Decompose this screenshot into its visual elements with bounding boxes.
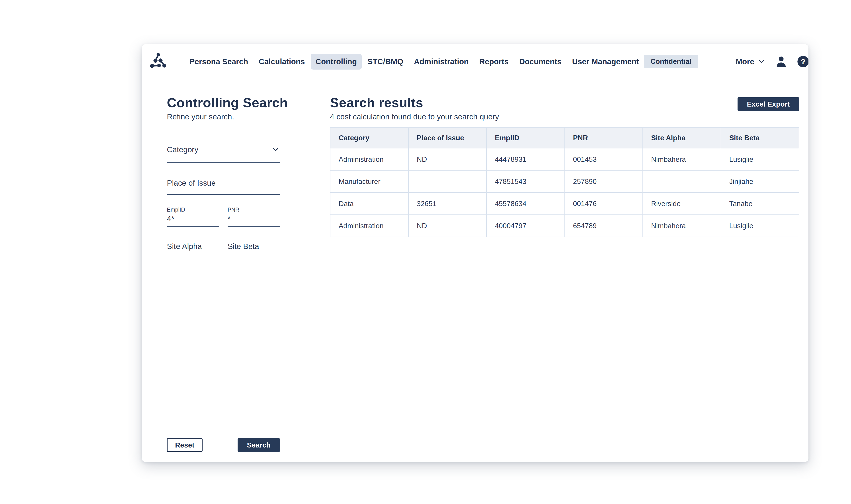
site-alpha-field[interactable]: Site Alpha (167, 242, 219, 258)
search-button[interactable]: Search (237, 438, 280, 452)
table-row[interactable]: Data3265145578634001476RiversideTanabe (330, 193, 799, 215)
table-row[interactable]: AdministrationND44478931001453NimbaheraL… (330, 148, 799, 170)
pnr-field: PNR (228, 206, 280, 227)
results-table-header-row: CategoryPlace of IssueEmplIDPNRSite Alph… (330, 127, 799, 148)
site-alpha-label: Site Alpha (167, 242, 202, 251)
table-cell: 44478931 (486, 148, 565, 170)
column-header: Site Alpha (643, 127, 721, 148)
table-cell: ND (408, 148, 487, 170)
table-row[interactable]: AdministrationND40004797654789NimbaheraL… (330, 215, 799, 237)
table-cell: 654789 (565, 215, 643, 237)
app-window: Persona SearchCalculationsControllingSTC… (142, 44, 809, 462)
chevron-down-icon (271, 145, 280, 154)
table-cell: Nimbahera (643, 215, 721, 237)
table-cell: Data (330, 193, 408, 215)
table-cell: 32651 (408, 193, 487, 215)
person-icon (775, 55, 787, 68)
sidebar-subtitle: Refine your search. (167, 112, 311, 121)
pnr-label: PNR (228, 206, 280, 213)
more-label: More (736, 57, 755, 66)
table-cell: 40004797 (486, 215, 565, 237)
table-row[interactable]: Manufacturer–47851543257890–Jinjiahe (330, 170, 799, 193)
nav-item-persona-search[interactable]: Persona Search (184, 54, 253, 70)
molecule-logo-icon (149, 51, 168, 72)
category-label: Category (167, 145, 198, 154)
site-fields-row: Site Alpha Site Beta (167, 242, 280, 258)
help-button[interactable]: ? (797, 55, 809, 68)
table-cell: – (643, 170, 721, 193)
pnr-input[interactable] (228, 214, 280, 223)
results-count-text: 4 cost calculation found due to your sea… (330, 112, 499, 121)
table-cell: Jinjiahe (721, 170, 799, 193)
results-table: CategoryPlace of IssueEmplIDPNRSite Alph… (330, 127, 799, 237)
nav-item-documents[interactable]: Documents (514, 54, 566, 70)
table-cell: Riverside (643, 193, 721, 215)
table-cell: 45578634 (486, 193, 565, 215)
question-mark-icon: ? (797, 55, 809, 68)
id-fields-row: EmplID PNR (167, 206, 280, 227)
app-body: Controlling Search Refine your search. C… (142, 79, 809, 462)
excel-export-button[interactable]: Excel Export (738, 97, 799, 111)
nav-item-user-management[interactable]: User Management (567, 54, 644, 70)
site-beta-label: Site Beta (228, 242, 259, 251)
column-header: EmplID (486, 127, 565, 148)
column-header: Site Beta (721, 127, 799, 148)
table-cell: Tanabe (721, 193, 799, 215)
nav-item-stc-bmq[interactable]: STC/BMQ (362, 54, 408, 70)
top-nav: Persona SearchCalculationsControllingSTC… (142, 44, 809, 79)
results-panel: Search results 4 cost calculation found … (311, 79, 809, 462)
reset-button[interactable]: Reset (167, 438, 202, 452)
table-cell: 001476 (565, 193, 643, 215)
column-header: Place of Issue (408, 127, 487, 148)
emplid-label: EmplID (167, 206, 219, 213)
table-cell: – (408, 170, 487, 193)
table-cell: Lusiglie (721, 215, 799, 237)
column-header: PNR (565, 127, 643, 148)
table-cell: 001453 (565, 148, 643, 170)
nav-items: Persona SearchCalculationsControllingSTC… (184, 54, 644, 70)
more-button[interactable]: More (736, 57, 765, 66)
column-header: Category (330, 127, 408, 148)
place-of-issue-field[interactable]: Place of Issue (167, 179, 280, 195)
search-sidebar: Controlling Search Refine your search. C… (142, 79, 311, 462)
nav-item-reports[interactable]: Reports (475, 54, 513, 70)
svg-text:?: ? (801, 57, 805, 66)
table-cell: Manufacturer (330, 170, 408, 193)
site-beta-field[interactable]: Site Beta (228, 242, 280, 258)
confidential-badge: Confidential (644, 55, 698, 68)
emplid-field: EmplID (167, 206, 219, 227)
table-cell: ND (408, 215, 487, 237)
chevron-down-icon (758, 58, 765, 66)
sidebar-title: Controlling Search (167, 95, 311, 110)
table-cell: Administration (330, 148, 408, 170)
table-cell: Administration (330, 215, 408, 237)
table-cell: Nimbahera (643, 148, 721, 170)
place-of-issue-label: Place of Issue (167, 179, 216, 187)
app-logo[interactable] (149, 51, 168, 73)
results-header: Search results 4 cost calculation found … (330, 95, 799, 121)
nav-item-calculations[interactable]: Calculations (254, 54, 310, 70)
emplid-input[interactable] (167, 214, 219, 223)
sidebar-actions: Reset Search (167, 438, 280, 452)
table-cell: Lusiglie (721, 148, 799, 170)
nav-right-cluster: Confidential More ? (644, 55, 809, 68)
results-title: Search results (330, 95, 499, 110)
nav-item-administration[interactable]: Administration (409, 54, 474, 70)
nav-item-controlling[interactable]: Controlling (311, 54, 362, 70)
user-button[interactable] (775, 55, 787, 68)
results-table-body: AdministrationND44478931001453NimbaheraL… (330, 148, 799, 237)
table-cell: 47851543 (486, 170, 565, 193)
table-cell: 257890 (565, 170, 643, 193)
category-dropdown[interactable]: Category (167, 145, 280, 163)
